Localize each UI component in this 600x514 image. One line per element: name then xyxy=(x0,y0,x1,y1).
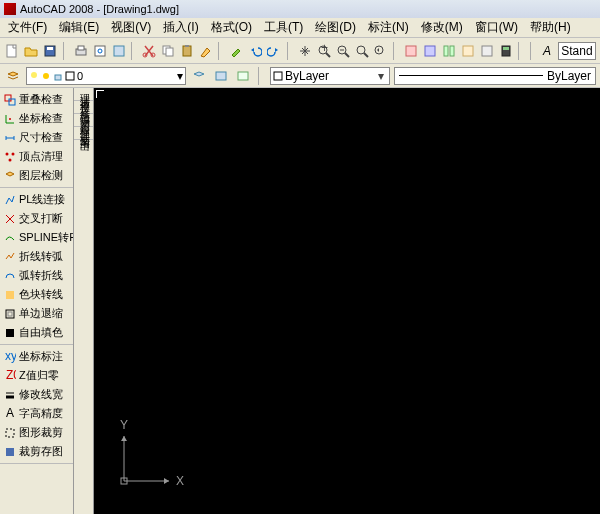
sheet-icon[interactable] xyxy=(459,42,476,60)
zoom-rt-icon[interactable]: + xyxy=(315,42,332,60)
linetype-combo[interactable]: ByLayer xyxy=(394,67,596,85)
svg-rect-5 xyxy=(95,46,105,56)
cut-icon[interactable] xyxy=(141,42,158,60)
tool-cross-break[interactable]: 交叉打断 xyxy=(0,209,73,228)
save-icon[interactable] xyxy=(42,42,59,60)
tool-group-check: 重叠检查 坐标检查 尺寸检查 顶点清理 图层检测 xyxy=(0,88,73,188)
menu-dimension[interactable]: 标注(N) xyxy=(362,17,415,38)
menu-draw[interactable]: 绘图(D) xyxy=(309,17,362,38)
svg-rect-4 xyxy=(78,46,84,50)
tool-pl-connect[interactable]: PL线连接 xyxy=(0,190,73,209)
bulb-icon xyxy=(29,71,39,81)
x-axis-label: X xyxy=(176,474,184,488)
tool-linewidth[interactable]: 修改线宽 xyxy=(0,385,73,404)
layer-name: 0 xyxy=(77,70,175,82)
drawing-canvas[interactable]: X Y xyxy=(94,88,600,514)
tool-coord-label[interactable]: xy坐标标注 xyxy=(0,347,73,366)
layer-manager-icon[interactable] xyxy=(4,67,22,85)
zoom-out-icon[interactable] xyxy=(334,42,351,60)
tool-edge-offset[interactable]: 单边退缩 xyxy=(0,304,73,323)
zoom-prev-icon[interactable] xyxy=(372,42,389,60)
zoom-win-icon[interactable] xyxy=(353,42,370,60)
menu-edit[interactable]: 编辑(E) xyxy=(53,17,105,38)
svg-rect-46 xyxy=(6,310,14,318)
svg-rect-54 xyxy=(6,429,14,437)
svg-line-18 xyxy=(345,53,349,57)
separator xyxy=(63,42,69,60)
tool-text-precision[interactable]: A字高精度 xyxy=(0,404,73,423)
menu-bar: 文件(F) 编辑(E) 视图(V) 插入(I) 格式(O) 工具(T) 绘图(D… xyxy=(0,18,600,38)
markup-icon[interactable] xyxy=(478,42,495,60)
svg-rect-13 xyxy=(185,45,189,47)
tool-panel: 重叠检查 坐标检查 尺寸检查 顶点清理 图层检测 PL线连接 交叉打断 SPLI… xyxy=(0,88,74,514)
tool-size-check[interactable]: 尺寸检查 xyxy=(0,128,73,147)
pan-icon[interactable] xyxy=(296,42,313,60)
layer-prev-icon[interactable] xyxy=(190,67,208,85)
tool-free-fill[interactable]: 自由填色 xyxy=(0,323,73,342)
svg-rect-2 xyxy=(47,47,53,50)
layer-iso-icon[interactable] xyxy=(234,67,252,85)
ucs-icon: X Y xyxy=(114,411,194,494)
plot-icon[interactable] xyxy=(72,42,89,60)
text-style-icon[interactable]: A xyxy=(539,42,556,60)
menu-modify[interactable]: 修改(M) xyxy=(415,17,469,38)
line-preview xyxy=(399,75,543,76)
svg-rect-38 xyxy=(274,72,282,80)
vtab-check[interactable]: 检查与清理 xyxy=(74,88,93,101)
new-icon[interactable] xyxy=(4,42,21,60)
match-icon[interactable] xyxy=(197,42,214,60)
menu-help[interactable]: 帮助(H) xyxy=(524,17,577,38)
menu-insert[interactable]: 插入(I) xyxy=(157,17,204,38)
tool-clip[interactable]: 图形裁剪 xyxy=(0,423,73,442)
color-box-icon xyxy=(273,71,283,81)
tool-block-to-line[interactable]: 色块转线 xyxy=(0,285,73,304)
brush-icon[interactable] xyxy=(228,42,245,60)
svg-rect-23 xyxy=(406,46,416,56)
vtab-output[interactable]: 出图与整理 xyxy=(74,127,93,140)
redo-icon[interactable] xyxy=(266,42,283,60)
layer-states-icon[interactable] xyxy=(212,67,230,85)
separator xyxy=(218,42,224,60)
tool-layer-detect[interactable]: 图层检测 xyxy=(0,166,73,185)
tool-arc-to-polyline[interactable]: 弧转折线 xyxy=(0,266,73,285)
tool-vertex-clean[interactable]: 顶点清理 xyxy=(0,147,73,166)
svg-text:+: + xyxy=(321,44,328,55)
color-combo[interactable]: ByLayer ▾ xyxy=(270,67,390,85)
svg-rect-12 xyxy=(183,46,191,56)
svg-rect-0 xyxy=(7,45,16,57)
vtab-coord[interactable]: 坐标与图层 xyxy=(74,114,93,127)
svg-point-41 xyxy=(9,118,11,120)
svg-rect-7 xyxy=(114,46,124,56)
menu-tools[interactable]: 工具(T) xyxy=(258,17,309,38)
copy-icon[interactable] xyxy=(160,42,177,60)
props-icon[interactable] xyxy=(403,42,420,60)
svg-rect-27 xyxy=(463,46,473,56)
separator xyxy=(287,42,293,60)
calc-icon[interactable] xyxy=(497,42,514,60)
svg-point-44 xyxy=(9,158,12,161)
layer-combo[interactable]: 0 ▾ xyxy=(26,67,186,85)
tool-coord-check[interactable]: 坐标检查 xyxy=(0,109,73,128)
menu-view[interactable]: 视图(V) xyxy=(105,17,157,38)
tool-spline-to-pl[interactable]: SPLINE转PL xyxy=(0,228,73,247)
publish-icon[interactable] xyxy=(110,42,127,60)
dc-icon[interactable] xyxy=(422,42,439,60)
preview-icon[interactable] xyxy=(91,42,108,60)
svg-point-20 xyxy=(357,46,365,54)
svg-rect-11 xyxy=(166,48,173,56)
vtab-edit[interactable]: 编辑与修正 xyxy=(74,101,93,114)
menu-file[interactable]: 文件(F) xyxy=(2,17,53,38)
svg-rect-48 xyxy=(6,329,14,337)
tool-palette-icon[interactable] xyxy=(440,42,457,60)
undo-icon[interactable] xyxy=(247,42,264,60)
style-combo[interactable]: Stand xyxy=(558,42,596,60)
tool-overlap-check[interactable]: 重叠检查 xyxy=(0,90,73,109)
tool-z-reset[interactable]: Z0Z值归零 xyxy=(0,366,73,385)
tool-save-clip[interactable]: 裁剪存图 xyxy=(0,442,73,461)
tool-polyline-to-arc[interactable]: 折线转弧 xyxy=(0,247,73,266)
open-icon[interactable] xyxy=(23,42,40,60)
paste-icon[interactable] xyxy=(179,42,196,60)
separator xyxy=(131,42,137,60)
menu-format[interactable]: 格式(O) xyxy=(205,17,258,38)
menu-window[interactable]: 窗口(W) xyxy=(469,17,524,38)
